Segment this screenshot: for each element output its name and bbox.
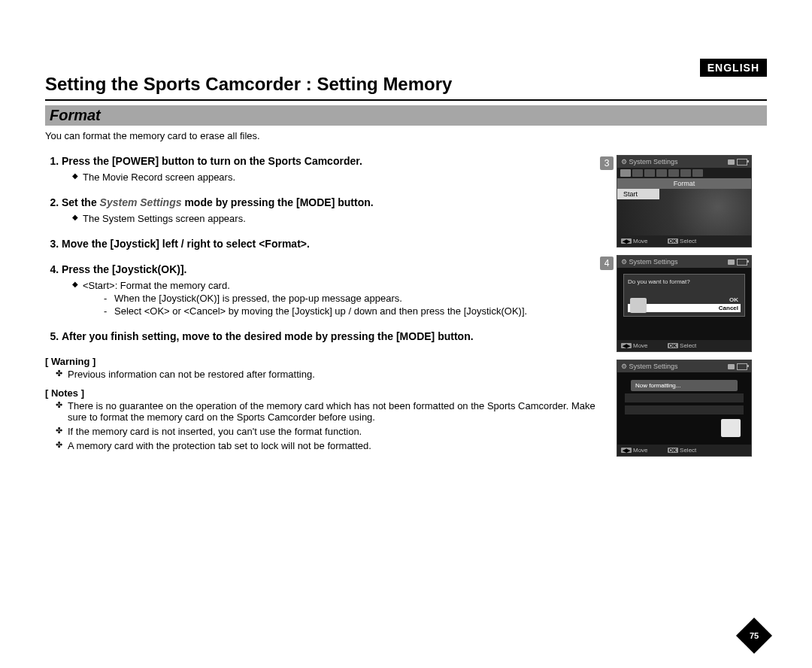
formatting-status: Now formatting... bbox=[631, 380, 738, 391]
section-header: Format bbox=[45, 105, 767, 126]
step-sub: The System Settings screen appears. bbox=[72, 213, 601, 224]
notes-list: There is no guarantee on the operation o… bbox=[45, 400, 601, 451]
hint-move: ◀▶Move bbox=[621, 447, 648, 454]
screen-title: ⚙ System Settings bbox=[621, 258, 678, 266]
step-text: Move the [Joystick] left / right to sele… bbox=[62, 238, 310, 250]
note-item: There is no guarantee on the operation o… bbox=[56, 400, 601, 423]
notes-label: [ Notes ] bbox=[45, 387, 601, 399]
manual-page: ENGLISH Setting the Sports Camcorder : S… bbox=[0, 0, 812, 668]
step-sub: The Movie Record screen appears. bbox=[72, 172, 601, 183]
sd-card-icon bbox=[630, 298, 647, 313]
battery-icon bbox=[737, 259, 747, 266]
screen-title-text: System Settings bbox=[629, 158, 678, 165]
card-icon bbox=[728, 260, 735, 265]
sd-card-icon bbox=[721, 419, 741, 437]
menu-item-format: Format bbox=[617, 178, 751, 189]
screenshot-4: 4 ⚙ System Settings Do you want to forma… bbox=[617, 255, 767, 352]
hint-select: OKSelect bbox=[668, 342, 697, 349]
hint-select: OKSelect bbox=[668, 447, 697, 454]
warning-label: [ Warning ] bbox=[45, 356, 601, 367]
screen-title-text: System Settings bbox=[629, 363, 678, 370]
step-text: After you finish setting, move to the de… bbox=[62, 330, 474, 342]
hint-select: OKSelect bbox=[668, 238, 697, 244]
status-icons bbox=[728, 259, 747, 266]
screen-title-text: System Settings bbox=[629, 258, 678, 266]
hint-move: ◀▶Move bbox=[621, 238, 648, 244]
step-dash: When the [Joystick(OK)] is pressed, the … bbox=[104, 293, 601, 304]
battery-icon bbox=[737, 363, 747, 370]
hint-move: ◀▶Move bbox=[621, 342, 648, 349]
gear-icon: ⚙ bbox=[621, 258, 627, 266]
status-icons bbox=[728, 363, 747, 370]
step-5: After you finish setting, move to the de… bbox=[62, 330, 601, 342]
status-icons bbox=[728, 159, 747, 165]
confirm-popup: Do you want to format? OK Cancel bbox=[623, 274, 745, 317]
screenshot-number: 3 bbox=[600, 156, 614, 170]
note-item: If the memory card is not inserted, you … bbox=[56, 426, 601, 437]
tab-strip bbox=[617, 168, 751, 178]
warning-item: Previous information can not be restored… bbox=[56, 369, 601, 380]
step-2: Set the System Settings mode by pressing… bbox=[62, 196, 601, 224]
step-text: Set the bbox=[62, 196, 100, 208]
section-title: Format bbox=[50, 107, 101, 123]
step-1: Press the [POWER] button to turn on the … bbox=[62, 155, 601, 183]
card-icon bbox=[728, 364, 735, 369]
screenshot-5: ⚙ System Settings Now formatting... ◀▶Mo… bbox=[617, 360, 767, 457]
note-item: A memory card with the protection tab se… bbox=[56, 440, 601, 451]
battery-icon bbox=[737, 159, 747, 165]
page-title: Setting the Sports Camcorder : Setting M… bbox=[45, 74, 767, 101]
screenshot-3: 3 ⚙ System Settings Format Start ◀▶Move … bbox=[617, 155, 767, 247]
warning-list: Previous information can not be restored… bbox=[45, 369, 601, 380]
step-text: Press the [POWER] button to turn on the … bbox=[62, 155, 362, 167]
gear-icon: ⚙ bbox=[621, 158, 627, 165]
step-text: Press the [Joystick(OK)]. bbox=[62, 263, 187, 275]
step-sub: <Start>: Format the memory card. When th… bbox=[72, 280, 601, 317]
intro-text: You can format the memory card to erase … bbox=[45, 130, 767, 141]
step-list: Press the [POWER] button to turn on the … bbox=[45, 155, 601, 342]
page-number: 75 bbox=[741, 623, 767, 648]
option-start: Start bbox=[617, 189, 659, 199]
card-icon bbox=[728, 159, 735, 165]
step-dash: Select <OK> or <Cancel> by moving the [J… bbox=[104, 305, 601, 317]
popup-prompt: Do you want to format? bbox=[628, 278, 741, 285]
screen-title: ⚙ System Settings bbox=[621, 363, 678, 370]
step-3: Move the [Joystick] left / right to sele… bbox=[62, 238, 601, 250]
gear-icon: ⚙ bbox=[621, 363, 627, 370]
step-text: mode by pressing the [MODE] button. bbox=[182, 196, 374, 208]
page-number-text: 75 bbox=[750, 631, 759, 640]
screenshot-column: 3 ⚙ System Settings Format Start ◀▶Move … bbox=[617, 155, 767, 464]
step-emph: System Settings bbox=[100, 196, 182, 208]
screen-title: ⚙ System Settings bbox=[621, 158, 678, 165]
step-4: Press the [Joystick(OK)]. <Start>: Forma… bbox=[62, 263, 601, 317]
screenshot-number: 4 bbox=[600, 257, 614, 270]
instructions-column: Press the [POWER] button to turn on the … bbox=[45, 155, 601, 454]
step-sub-text: <Start>: Format the memory card. bbox=[83, 280, 230, 291]
language-badge: ENGLISH bbox=[700, 59, 767, 77]
